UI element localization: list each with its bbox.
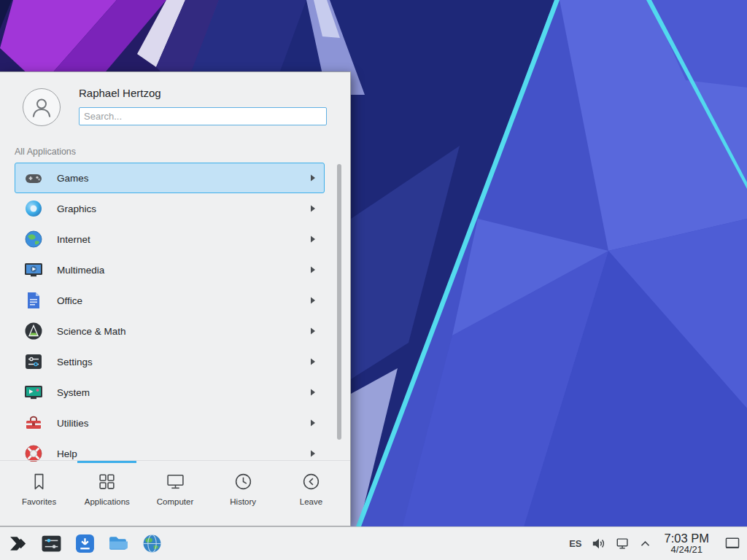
category-item-games[interactable]: Games bbox=[15, 163, 325, 193]
category-label: Settings bbox=[57, 357, 93, 368]
file-manager-button[interactable] bbox=[107, 532, 130, 555]
tab-computer[interactable]: Computer bbox=[141, 461, 209, 526]
launcher-footer: Favorites Applications Computer History bbox=[0, 460, 350, 526]
active-tab-indicator bbox=[77, 461, 136, 463]
science-icon bbox=[23, 321, 44, 341]
application-launcher-menu: Raphael Hertzog All Applications Games G… bbox=[0, 71, 351, 526]
software-center-icon bbox=[74, 533, 96, 554]
tab-label: Favorites bbox=[22, 497, 56, 506]
settings-app-button[interactable] bbox=[40, 532, 63, 555]
show-desktop-icon bbox=[724, 537, 740, 550]
office-icon bbox=[23, 290, 44, 311]
submenu-arrow-icon bbox=[309, 174, 317, 182]
games-icon bbox=[23, 168, 44, 188]
computer-icon bbox=[166, 472, 185, 491]
submenu-arrow-icon bbox=[309, 204, 317, 213]
utilities-icon bbox=[23, 413, 44, 433]
category-item-utilities[interactable]: Utilities bbox=[15, 408, 325, 438]
app-launcher-button[interactable] bbox=[7, 532, 29, 555]
clock[interactable]: 7:03 PM 4/24/21 bbox=[665, 532, 709, 556]
applications-icon bbox=[97, 472, 117, 491]
category-label: Internet bbox=[57, 234, 90, 245]
submenu-arrow-icon bbox=[309, 296, 317, 305]
scrollbar[interactable] bbox=[336, 163, 342, 462]
leave-icon bbox=[301, 472, 321, 491]
section-label-all-applications: All Applications bbox=[15, 147, 76, 157]
app-launcher-icon bbox=[7, 533, 28, 554]
taskbar-left-group bbox=[0, 532, 163, 555]
submenu-arrow-icon bbox=[309, 449, 317, 458]
network-icon bbox=[616, 537, 630, 551]
system-tray: ES 7:03 PM 4/24/21 bbox=[569, 532, 747, 556]
submenu-arrow-icon bbox=[309, 265, 317, 274]
folder-icon bbox=[108, 533, 129, 554]
scrollbar-thumb[interactable] bbox=[337, 164, 341, 440]
system-icon bbox=[23, 382, 44, 402]
taskbar: ES 7:03 PM 4/24/21 bbox=[0, 526, 747, 560]
expand-tray-icon bbox=[640, 540, 651, 548]
favorites-icon bbox=[29, 472, 49, 491]
history-icon bbox=[233, 472, 253, 491]
tab-label: Computer bbox=[157, 497, 194, 506]
user-name: Raphael Hertzog bbox=[79, 87, 161, 99]
tab-label: History bbox=[230, 497, 256, 506]
multimedia-icon bbox=[23, 260, 44, 280]
category-label: System bbox=[57, 387, 90, 398]
category-item-multimedia[interactable]: Multimedia bbox=[15, 254, 325, 285]
submenu-arrow-icon bbox=[309, 357, 317, 366]
category-item-graphics[interactable]: Graphics bbox=[15, 193, 325, 224]
category-item-science-math[interactable]: Science & Math bbox=[15, 316, 325, 346]
tab-label: Leave bbox=[300, 497, 322, 506]
volume-button[interactable] bbox=[592, 537, 606, 551]
category-label: Games bbox=[57, 173, 89, 184]
category-item-office[interactable]: Office bbox=[15, 285, 325, 316]
category-item-help[interactable]: Help bbox=[15, 438, 325, 462]
category-list: Games Graphics Internet bbox=[15, 163, 325, 462]
discover-app-button[interactable] bbox=[74, 532, 96, 555]
user-icon bbox=[28, 94, 55, 120]
clock-time: 7:03 PM bbox=[665, 532, 709, 545]
submenu-arrow-icon bbox=[309, 235, 317, 244]
category-label: Multimedia bbox=[57, 265, 104, 276]
tab-leave[interactable]: Leave bbox=[277, 461, 345, 526]
tab-applications[interactable]: Applications bbox=[73, 461, 141, 526]
tab-label: Applications bbox=[85, 497, 130, 506]
settings-icon bbox=[23, 351, 44, 372]
submenu-arrow-icon bbox=[309, 388, 317, 397]
user-avatar[interactable] bbox=[23, 88, 61, 126]
globe-icon bbox=[142, 533, 163, 554]
category-item-settings[interactable]: Settings bbox=[15, 346, 325, 377]
category-label: Office bbox=[57, 295, 82, 306]
mixer-icon bbox=[41, 533, 62, 554]
clock-date: 4/24/21 bbox=[665, 545, 709, 556]
category-label: Graphics bbox=[57, 203, 96, 214]
keyboard-layout-indicator[interactable]: ES bbox=[569, 538, 581, 549]
search-input[interactable] bbox=[79, 107, 327, 125]
submenu-arrow-icon bbox=[309, 419, 317, 427]
category-item-internet[interactable]: Internet bbox=[15, 224, 325, 254]
graphics-icon bbox=[23, 198, 44, 219]
network-button[interactable] bbox=[616, 537, 630, 551]
expand-tray-button[interactable] bbox=[640, 540, 651, 548]
submenu-arrow-icon bbox=[309, 327, 317, 335]
tab-favorites[interactable]: Favorites bbox=[5, 461, 73, 526]
internet-icon bbox=[23, 229, 44, 249]
web-browser-button[interactable] bbox=[141, 532, 163, 555]
help-icon bbox=[23, 443, 44, 462]
show-desktop-button[interactable] bbox=[723, 534, 742, 552]
category-label: Help bbox=[57, 448, 77, 459]
category-label: Science & Math bbox=[57, 326, 126, 337]
tab-history[interactable]: History bbox=[209, 461, 277, 526]
category-label: Utilities bbox=[57, 418, 89, 429]
volume-icon bbox=[592, 537, 606, 551]
category-item-system[interactable]: System bbox=[15, 377, 325, 408]
